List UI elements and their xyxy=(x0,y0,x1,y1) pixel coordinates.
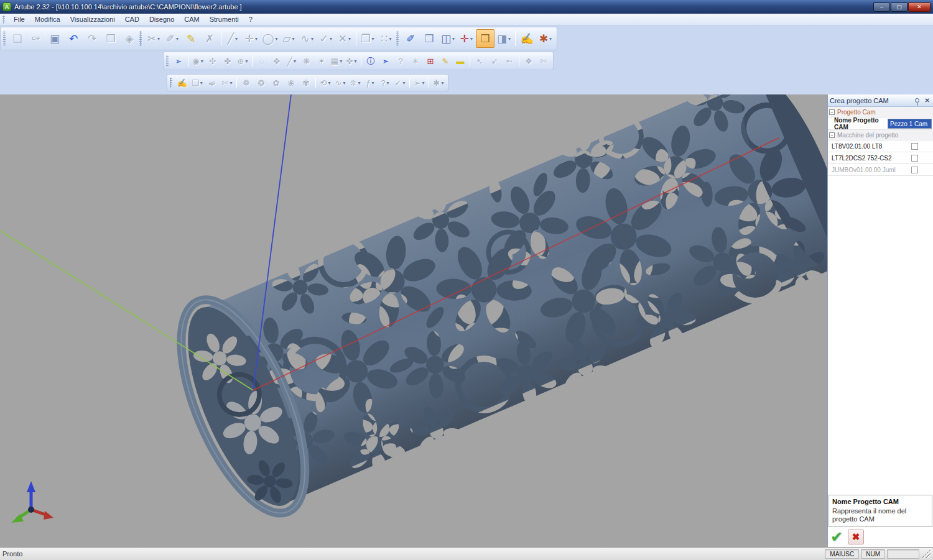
dropdown-arrow-icon[interactable]: ▾ xyxy=(340,58,342,64)
confirm-button[interactable]: ✔ xyxy=(830,530,843,544)
view-axes-button[interactable]: ✛▾ xyxy=(457,29,476,48)
dropdown-arrow-icon[interactable]: ▾ xyxy=(372,36,374,42)
toolbar-drag-handle[interactable] xyxy=(170,78,172,88)
print-button[interactable]: ❒ xyxy=(101,29,120,48)
dropdown-arrow-icon[interactable]: ▾ xyxy=(470,36,473,42)
machine-checkbox[interactable] xyxy=(911,167,918,173)
machine-row[interactable]: JUMBOv01.00.00 Juml xyxy=(828,164,933,176)
project-name-input[interactable]: Pezzo 1 Cam xyxy=(888,119,932,129)
dropdown-arrow-icon[interactable]: ▾ xyxy=(157,36,160,42)
cam-tool-2-button[interactable]: ❏▾ xyxy=(190,75,205,90)
machine-checkbox[interactable] xyxy=(911,143,918,150)
save-button[interactable]: ▣ xyxy=(45,29,64,48)
export-button[interactable]: ◈ xyxy=(120,29,139,48)
toolbar-drag-handle[interactable] xyxy=(139,31,142,46)
menu-drag-handle[interactable] xyxy=(2,16,5,24)
dropdown-arrow-icon[interactable]: ▾ xyxy=(402,80,405,86)
snap-grid-button[interactable]: ⊕▾ xyxy=(235,53,250,68)
trim-tool-button[interactable]: ✓▾ xyxy=(317,29,335,48)
measure-line-button[interactable]: ╱▾ xyxy=(284,53,299,68)
cam-rotate-button[interactable]: ⟲▾ xyxy=(318,75,333,90)
snap-node-button[interactable]: ✣ xyxy=(205,53,220,68)
dropdown-arrow-icon[interactable]: ▾ xyxy=(200,80,203,86)
dropdown-arrow-icon[interactable]: ▾ xyxy=(372,80,374,86)
cam-options-button[interactable]: ✱▾ xyxy=(431,75,446,90)
repair-tool-button[interactable]: ✎ xyxy=(438,53,453,68)
dropdown-arrow-icon[interactable]: ▾ xyxy=(328,80,330,86)
snap-star-button[interactable]: ✳ xyxy=(408,53,423,68)
orbit-view-button[interactable]: ◌ xyxy=(254,53,269,68)
notch-tool-button[interactable]: ✄ xyxy=(536,53,551,68)
delete-entity-button[interactable]: ✗ xyxy=(200,29,219,48)
panel-close-icon[interactable]: ✕ xyxy=(924,97,931,104)
cam-tool-4-button[interactable]: ✄▾ xyxy=(220,75,234,90)
cut-tool-button[interactable]: ✂▾ xyxy=(144,29,163,48)
add-table-button[interactable]: ⊞ xyxy=(423,53,438,68)
grid-display-button[interactable]: ▦▾ xyxy=(329,53,344,68)
dropdown-arrow-icon[interactable]: ▾ xyxy=(276,36,278,42)
weld-tool-button[interactable]: ▬ xyxy=(453,53,468,68)
dropdown-arrow-icon[interactable]: ▾ xyxy=(389,36,391,42)
menu-visualizzazioni[interactable]: Visualizzazioni xyxy=(65,14,120,24)
collapse-icon[interactable]: − xyxy=(829,109,835,115)
snap-center-button[interactable]: ◉▾ xyxy=(190,53,205,68)
dropdown-arrow-icon[interactable]: ▾ xyxy=(441,80,443,86)
render-paint-button[interactable]: ✐ xyxy=(401,29,420,48)
toolbar-drag-handle[interactable] xyxy=(3,31,6,46)
viewport-3d[interactable] xyxy=(0,94,827,547)
dropdown-arrow-icon[interactable]: ▾ xyxy=(348,36,351,42)
cam-pair-3-button[interactable]: ✿ xyxy=(269,75,284,90)
resize-grip-icon[interactable] xyxy=(922,549,931,558)
dropdown-arrow-icon[interactable]: ▾ xyxy=(235,36,238,42)
cam-pair-5-button[interactable]: ✾ xyxy=(299,75,313,90)
new-document-button[interactable]: ❑ xyxy=(8,29,27,48)
toolbar-drag-handle[interactable] xyxy=(396,31,399,46)
maximize-button[interactable]: ▢ xyxy=(891,2,907,12)
menu-help[interactable]: ? xyxy=(244,14,258,24)
dropdown-arrow-icon[interactable]: ▾ xyxy=(358,80,360,86)
view-3d-button[interactable]: ◫▾ xyxy=(439,29,457,48)
cam-query-button[interactable]: ?▾ xyxy=(378,75,392,90)
zoom-window-button[interactable]: ❒ xyxy=(420,29,439,48)
view-inside-button[interactable]: ❒ xyxy=(476,29,494,48)
cam-tool-3-button[interactable]: ➫ xyxy=(205,75,220,90)
menu-strumenti[interactable]: Strumenti xyxy=(205,14,244,24)
measure-table-button[interactable]: ✎ xyxy=(182,29,200,48)
array-tool-button[interactable]: ∷▾ xyxy=(377,29,396,48)
dropdown-arrow-icon[interactable]: ▾ xyxy=(294,58,296,64)
snap-quadrant-button[interactable]: ✶ xyxy=(314,53,329,68)
undo-button[interactable]: ↶ xyxy=(64,29,83,48)
cam-macro-button[interactable]: ❊▾ xyxy=(348,75,363,90)
circle-tool-button[interactable]: ◯▾ xyxy=(261,29,279,48)
surface-tool-button[interactable]: ❐▾ xyxy=(358,29,377,48)
dropdown-arrow-icon[interactable]: ▾ xyxy=(354,58,356,64)
collapse-icon[interactable]: − xyxy=(829,132,835,138)
group-macchine[interactable]: − Macchine del progetto xyxy=(828,130,933,140)
dropdown-arrow-icon[interactable]: ▾ xyxy=(343,80,345,86)
break-tool-button[interactable]: ✕▾ xyxy=(335,29,354,48)
coords-display-button[interactable]: ✜▾ xyxy=(344,53,359,68)
close-button[interactable]: ✕ xyxy=(908,2,931,12)
line-tool-button[interactable]: ╱▾ xyxy=(223,29,242,48)
select-entities-button[interactable]: ➢ xyxy=(171,53,186,68)
point-tool-button[interactable]: ✛▾ xyxy=(242,29,261,48)
dropdown-arrow-icon[interactable]: ▾ xyxy=(311,36,313,42)
deform-tool-button[interactable]: ❖ xyxy=(521,53,536,68)
pick-info-button[interactable]: ➣ xyxy=(378,53,393,68)
pin-icon[interactable] xyxy=(915,98,919,103)
dropdown-arrow-icon[interactable]: ▾ xyxy=(201,58,203,64)
cancel-button[interactable]: ✖ xyxy=(848,530,864,544)
dropdown-arrow-icon[interactable]: ▾ xyxy=(176,36,179,42)
pan-view-button[interactable]: ✥ xyxy=(269,53,284,68)
menu-file[interactable]: File xyxy=(9,14,30,24)
bend-tool-3-button[interactable]: ➵ xyxy=(502,53,517,68)
bend-tool-1-button[interactable]: ➴ xyxy=(472,53,487,68)
toolbar-drag-handle[interactable] xyxy=(166,55,169,67)
cam-pair-4-button[interactable]: ❀ xyxy=(284,75,299,90)
cam-pair-2-button[interactable]: ❂ xyxy=(254,75,269,90)
view-section-button[interactable]: ◨▾ xyxy=(494,29,513,48)
dropdown-arrow-icon[interactable]: ▾ xyxy=(292,36,295,42)
cam-path-button[interactable]: ∿▾ xyxy=(333,75,348,90)
machine-checkbox[interactable] xyxy=(911,155,918,162)
machine-row[interactable]: LT8V02.01.00 LT8 xyxy=(828,140,933,152)
